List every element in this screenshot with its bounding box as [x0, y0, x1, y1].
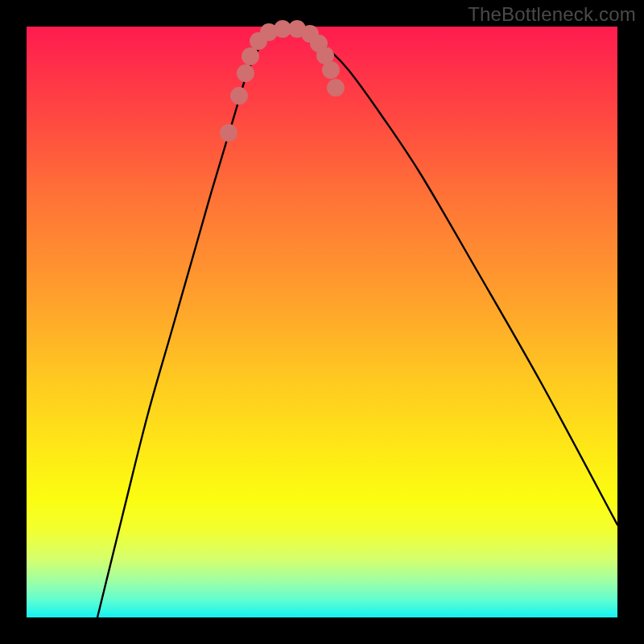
highlight-dot [237, 64, 254, 82]
chart-frame: TheBottleneck.com [0, 0, 644, 644]
highlight-dot [322, 61, 340, 79]
watermark-text: TheBottleneck.com [468, 3, 636, 26]
highlight-dot [242, 47, 259, 65]
highlight-dot [230, 87, 248, 105]
bottleneck-curve [97, 27, 617, 617]
highlight-dot [327, 79, 345, 97]
plot-area [27, 27, 617, 617]
highlight-dots [220, 20, 345, 142]
curve-svg [27, 27, 617, 617]
highlight-dot [220, 124, 237, 142]
